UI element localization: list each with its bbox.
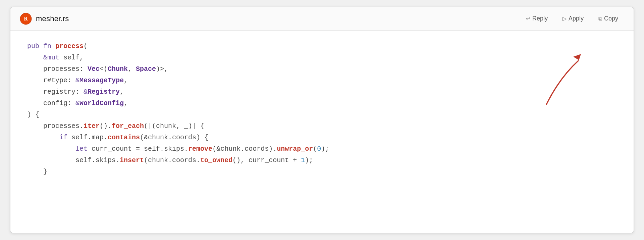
code-line-3: processes: Vec<(Chunk, Space)>, — [27, 63, 617, 75]
file-title: mesher.rs — [36, 14, 69, 23]
code-line-6: config: &WorldConfig, — [27, 98, 617, 109]
apply-icon: ▷ — [562, 15, 567, 22]
reply-icon: ↩ — [526, 15, 530, 22]
code-area: pub fn process( &mut self, processes: Ve… — [10, 31, 634, 233]
card: R mesher.rs ↩ Reply ▷ Apply ⧉ Copy — [10, 7, 634, 233]
code-line-9: if self.map.contains(&chunk.coords) { — [27, 132, 617, 143]
code-line-12: } — [27, 166, 617, 178]
code-block: pub fn process( &mut self, processes: Ve… — [27, 41, 617, 178]
header-actions: ↩ Reply ▷ Apply ⧉ Copy — [520, 12, 624, 25]
code-line-11: self.skips.insert(chunk.coords.to_owned(… — [27, 155, 617, 166]
apply-button[interactable]: ▷ Apply — [556, 12, 590, 25]
code-line-8: processes.iter().for_each(|(chunk, _)| { — [27, 121, 617, 132]
code-line-4: r#type: &MessageType, — [27, 75, 617, 86]
reply-button[interactable]: ↩ Reply — [520, 12, 554, 25]
reply-label: Reply — [532, 15, 548, 22]
code-line-2: &mut self, — [27, 52, 617, 63]
code-line-10: let curr_count = self.skips.remove(&chun… — [27, 143, 617, 155]
copy-button[interactable]: ⧉ Copy — [592, 12, 624, 25]
header-left: R mesher.rs — [20, 13, 69, 25]
code-line-5: registry: &Registry, — [27, 86, 617, 98]
copy-icon: ⧉ — [598, 16, 602, 22]
copy-label: Copy — [604, 15, 618, 22]
apply-label: Apply — [569, 15, 584, 22]
code-line-1: pub fn process( — [27, 41, 617, 52]
rust-logo-icon: R — [20, 13, 32, 25]
header: R mesher.rs ↩ Reply ▷ Apply ⧉ Copy — [10, 7, 634, 31]
svg-text:R: R — [24, 15, 28, 21]
main-container: R mesher.rs ↩ Reply ▷ Apply ⧉ Copy — [0, 0, 644, 240]
code-line-7: ) { — [27, 109, 617, 121]
